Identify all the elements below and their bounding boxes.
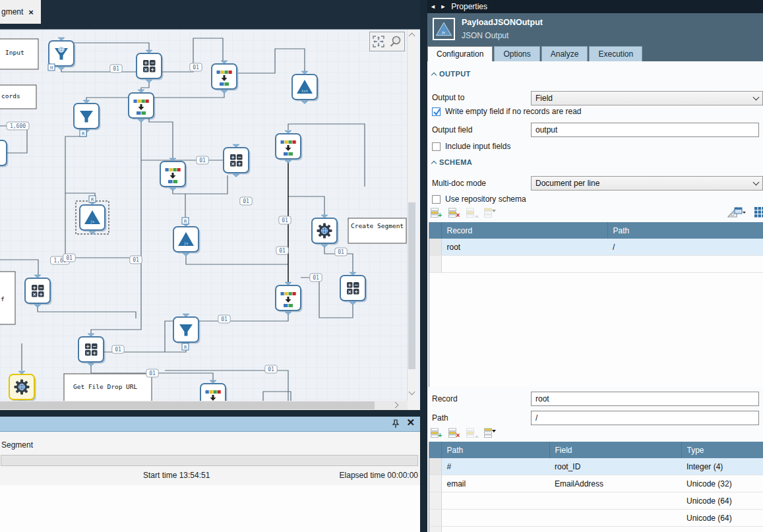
tab-close-icon[interactable]: × [28, 7, 34, 17]
record-count-badge: 01 [276, 247, 288, 254]
include-input-checkbox[interactable] [432, 142, 441, 151]
sorter-node[interactable] [276, 131, 303, 163]
triangle-node[interactable]: js [173, 223, 200, 256]
properties-panel: ◄ ► Properties js PayloadJSONOutput JSON… [427, 0, 763, 532]
add-row-icon[interactable]: + [431, 428, 443, 438]
svg-text:H: H [50, 65, 53, 71]
write-empty-checkbox[interactable] [432, 107, 441, 116]
canvas-horizontal-scrollbar[interactable] [0, 401, 408, 410]
output-section-header[interactable]: OUTPUT [432, 70, 471, 78]
grid-node[interactable]: +−×+ [25, 275, 52, 308]
table-row[interactable] [429, 527, 763, 532]
tab-analyze[interactable]: Analyze [541, 46, 588, 61]
close-panel-icon[interactable]: ✕ [406, 417, 415, 429]
annotation-box[interactable]: cords [0, 85, 36, 109]
tab-segment[interactable]: gment × [0, 0, 41, 24]
svg-text:01: 01 [199, 158, 206, 163]
flow-diagram[interactable]: InputcordsfCreate SegmentGet File Drop U… [0, 30, 408, 401]
sorter-node[interactable] [160, 158, 187, 191]
fit-view-icon[interactable] [371, 34, 386, 49]
gear-node[interactable] [9, 371, 36, 401]
tab-execution[interactable]: Execution [589, 46, 642, 61]
multidoc-value: Document per line [532, 179, 754, 188]
designer-column: gment × InputcordsfCreate SegmentGet Fil… [0, 0, 420, 532]
grid-node[interactable]: +−×+ [137, 50, 164, 83]
table-row[interactable]: #root_IDInteger (4) [429, 458, 763, 475]
panel-nav-arrows[interactable]: ◄ ► [430, 3, 447, 10]
canvas-toolbar [369, 32, 405, 51]
output-to-select[interactable]: Field [531, 91, 763, 105]
svg-text:01: 01 [279, 248, 286, 254]
mapper-select-icon[interactable] [726, 206, 746, 222]
tab-configuration[interactable]: Configuration [427, 46, 493, 61]
port-badge: R [182, 343, 189, 350]
magnifier-icon[interactable] [388, 34, 404, 49]
move-up-icon [466, 208, 479, 218]
output-field-input[interactable] [531, 123, 759, 137]
add-row-icon[interactable]: + [431, 208, 443, 218]
fields-table-toolbar: +× [431, 428, 497, 440]
write-empty-checkbox-row[interactable]: Write empty field if no records are read [432, 107, 582, 116]
scroll-down-icon[interactable] [408, 390, 416, 400]
collapse-icon [431, 72, 437, 77]
table-row[interactable]: Unicode (64) [429, 492, 763, 510]
use-repo-checkbox[interactable] [432, 195, 441, 204]
record-count-badge: 01 [112, 345, 124, 353]
tab-options[interactable]: Options [494, 46, 539, 61]
include-input-checkbox-row[interactable]: Include input fields [432, 142, 510, 151]
scroll-up-icon[interactable] [408, 30, 416, 40]
funnel-node[interactable] [74, 100, 101, 133]
record-count-badge: 01 [335, 248, 347, 256]
svg-text:Get File Drop URL: Get File Drop URL [73, 383, 138, 390]
path-field-input[interactable] [531, 411, 759, 425]
table-row[interactable]: root/ [429, 239, 763, 256]
port-badge: R [89, 196, 96, 202]
svg-text:01: 01 [193, 65, 199, 71]
annotation-box[interactable]: f [0, 272, 15, 324]
svg-text:+: + [150, 67, 154, 73]
annotation-box[interactable]: Get File Drop URL [64, 374, 152, 401]
plain-node[interactable] [0, 140, 9, 167]
table-row[interactable]: Unicode (64) [429, 510, 763, 527]
annotation-box[interactable]: Input [0, 39, 38, 69]
canvas-vertical-scrollbar[interactable] [407, 30, 416, 401]
use-repo-checkbox-row[interactable]: Use repository schema [432, 194, 526, 204]
sorter-node[interactable] [200, 380, 228, 401]
flow-canvas[interactable]: InputcordsfCreate SegmentGet File Drop U… [0, 29, 420, 410]
schema-section-header[interactable]: SCHEMA [432, 158, 472, 166]
sorter-node[interactable] [276, 282, 303, 315]
execution-panel-titlebar[interactable]: ✕ [0, 417, 420, 432]
grid-node[interactable]: +−×+ [224, 144, 251, 177]
elapsed-time: Elapsed time 00:00:00 [340, 471, 418, 480]
delete-row-icon[interactable]: × [448, 428, 461, 438]
triangle-node[interactable]: js [76, 201, 109, 235]
funnel-node[interactable] [173, 314, 200, 347]
svg-text:01: 01 [149, 370, 156, 376]
properties-title: Properties [451, 2, 487, 11]
column-menu-icon[interactable] [484, 428, 497, 438]
scroll-right-icon[interactable] [392, 402, 399, 409]
grid-node[interactable]: +−×+ [78, 334, 106, 367]
table-row[interactable]: emailEmailAddressUnicode (32) [429, 475, 763, 492]
svg-text:+: + [348, 282, 351, 288]
horizontal-scroll-thumb[interactable] [0, 401, 375, 409]
component-header: js PayloadJSONOutput JSON Output [427, 13, 763, 46]
multidoc-select[interactable]: Document per line [531, 176, 763, 191]
grid-view-icon[interactable] [754, 207, 763, 218]
gear-node[interactable] [312, 215, 339, 248]
grid-node[interactable]: +−×+ [340, 272, 367, 305]
sorter-node[interactable] [212, 61, 239, 94]
svg-text:1,600: 1,600 [10, 123, 26, 129]
sorter-node[interactable] [129, 90, 156, 123]
delete-row-icon[interactable]: × [448, 208, 461, 218]
annotation-box[interactable]: Create Segment [348, 218, 406, 243]
svg-text:f: f [1, 295, 5, 303]
start-time: Start time 13:54:51 [143, 471, 210, 480]
record-field-input[interactable] [531, 392, 759, 406]
pin-icon[interactable] [391, 419, 400, 429]
vertical-scroll-thumb[interactable] [408, 202, 415, 369]
app-window: gment × InputcordsfCreate SegmentGet Fil… [0, 0, 763, 532]
table-row[interactable] [429, 256, 763, 273]
triangle-node[interactable]: txt [292, 71, 319, 104]
log-area [0, 485, 420, 532]
